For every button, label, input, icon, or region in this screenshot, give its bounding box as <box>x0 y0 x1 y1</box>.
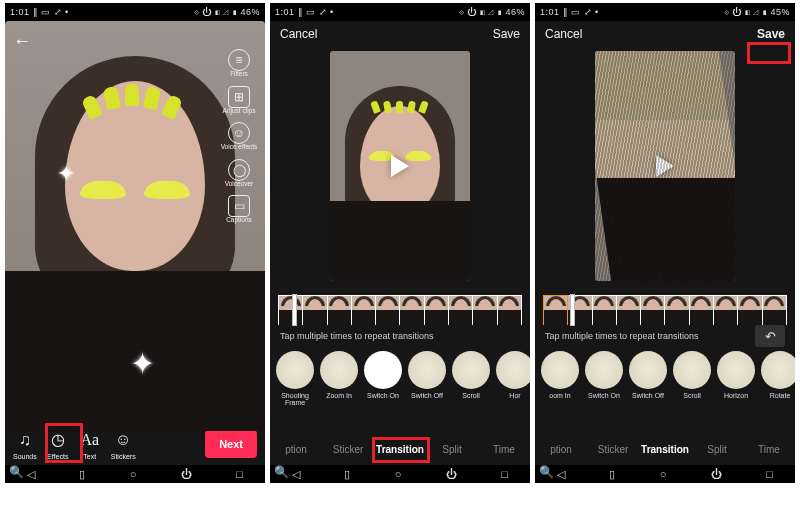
fx-switch-on[interactable]: Switch On <box>364 351 402 399</box>
fx-rotate[interactable]: Rotate <box>761 351 795 399</box>
captions-button[interactable]: ▭Captions <box>217 195 261 224</box>
next-button[interactable]: Next <box>205 430 257 458</box>
tab-sticker[interactable]: Sticker <box>322 444 374 455</box>
voiceover-button[interactable]: ◯Voiceover <box>217 159 261 188</box>
status-bar: 1:01‖ ▭ ⤢ • ⟐ ⏻ ◧ ⊿ ▮ 46% <box>270 3 530 21</box>
fx-zoom-in-partial[interactable]: oom In <box>541 351 579 399</box>
nav-power-icon[interactable]: ⏻ <box>446 468 457 480</box>
fx-scroll[interactable]: Scroll <box>452 351 490 399</box>
voice-effects-icon: ☺ <box>228 122 250 144</box>
voice-effects-button[interactable]: ☺Voice effects <box>217 122 261 151</box>
video-preview[interactable] <box>595 51 735 281</box>
nav-stack-icon[interactable]: ▯ <box>79 468 85 481</box>
timeline[interactable] <box>543 295 787 325</box>
tab-caption-partial[interactable]: ption <box>270 444 322 455</box>
nav-stack-icon[interactable]: ▯ <box>609 468 615 481</box>
nav-power-icon[interactable]: ⏻ <box>711 468 722 480</box>
tab-transition[interactable]: Transition <box>374 444 426 455</box>
tab-time[interactable]: Time <box>743 444 795 455</box>
sounds-button[interactable]: ♫Sounds <box>13 429 37 460</box>
transition-row[interactable]: Shooting Frame Zoom In Switch On Switch … <box>270 351 530 421</box>
phone-post-capture: 1:01‖ ▭ ⤢ • ⟐ ⏻ ◧ ⊿ ▮ 46% ✦✦ ← ≡Filters … <box>5 3 265 483</box>
play-icon[interactable] <box>391 155 409 177</box>
playhead[interactable] <box>293 295 296 325</box>
magnifier-icon[interactable]: 🔍 <box>539 465 554 479</box>
stickers-icon: ☺ <box>112 429 134 451</box>
phone-transition-applied: 1:01‖ ▭ ⤢ • ⟐ ⏻ ◧ ⊿ ▮ 45% Cancel Save Ta… <box>535 3 795 483</box>
stickers-button[interactable]: ☺Stickers <box>111 429 136 460</box>
fx-switch-off[interactable]: Switch Off <box>629 351 667 399</box>
save-button[interactable]: Save <box>757 27 785 41</box>
nav-recent-icon[interactable]: □ <box>236 468 243 480</box>
fx-shooting-frame[interactable]: Shooting Frame <box>276 351 314 407</box>
nav-recent-icon[interactable]: □ <box>501 468 508 480</box>
effects-button[interactable]: ◷Effects <box>47 429 69 460</box>
captions-icon: ▭ <box>228 195 250 217</box>
adjust-clips-icon: ⊞ <box>228 86 250 108</box>
cancel-button[interactable]: Cancel <box>545 27 582 41</box>
fx-horizon[interactable]: Horizon <box>717 351 755 399</box>
side-toolbar: ≡Filters ⊞Adjust clips ☺Voice effects ◯V… <box>217 49 261 224</box>
nav-home-icon[interactable]: ○ <box>130 468 137 480</box>
back-arrow-icon[interactable]: ← <box>13 31 31 52</box>
video-preview[interactable] <box>330 51 470 281</box>
tab-split[interactable]: Split <box>691 444 743 455</box>
tab-caption-partial[interactable]: ption <box>535 444 587 455</box>
tab-sticker[interactable]: Sticker <box>587 444 639 455</box>
nav-back-icon[interactable]: ◁ <box>557 468 565 481</box>
fx-switch-on[interactable]: Switch On <box>585 351 623 399</box>
hint-text: Tap multiple times to repeat transitions <box>280 331 434 341</box>
bottom-tabs: ption Sticker Transition Split Time <box>270 433 530 465</box>
fx-switch-off[interactable]: Switch Off <box>408 351 446 399</box>
playhead[interactable] <box>571 295 574 325</box>
adjust-clips-button[interactable]: ⊞Adjust clips <box>217 86 261 115</box>
tab-time[interactable]: Time <box>478 444 530 455</box>
system-nav: ◁▯○⏻□ <box>535 465 795 483</box>
fx-horizon[interactable]: Hor <box>496 351 530 399</box>
nav-stack-icon[interactable]: ▯ <box>344 468 350 481</box>
hint-text: Tap multiple times to repeat transitions <box>545 331 699 341</box>
nav-recent-icon[interactable]: □ <box>766 468 773 480</box>
filters-button[interactable]: ≡Filters <box>217 49 261 78</box>
nav-power-icon[interactable]: ⏻ <box>181 468 192 480</box>
timeline[interactable] <box>278 295 522 325</box>
filters-icon: ≡ <box>228 49 250 71</box>
text-icon: Aa <box>79 429 101 451</box>
nav-home-icon[interactable]: ○ <box>395 468 402 480</box>
magnifier-icon[interactable]: 🔍 <box>9 465 24 479</box>
nav-back-icon[interactable]: ◁ <box>27 468 35 481</box>
transition-row[interactable]: oom In Switch On Switch Off Scroll Horiz… <box>535 351 795 421</box>
cancel-button[interactable]: Cancel <box>280 27 317 41</box>
effects-icon: ◷ <box>47 429 69 451</box>
phone-transition-select: 1:01‖ ▭ ⤢ • ⟐ ⏻ ◧ ⊿ ▮ 46% Cancel Save Ta… <box>270 3 530 483</box>
nav-home-icon[interactable]: ○ <box>660 468 667 480</box>
status-bar: 1:01‖ ▭ ⤢ • ⟐ ⏻ ◧ ⊿ ▮ 46% <box>5 3 265 21</box>
system-nav: ◁ ▯ ○ ⏻ □ <box>5 465 265 483</box>
system-nav: ◁▯○⏻□ <box>270 465 530 483</box>
status-bar: 1:01‖ ▭ ⤢ • ⟐ ⏻ ◧ ⊿ ▮ 45% <box>535 3 795 21</box>
mic-icon: ◯ <box>228 159 250 181</box>
save-button[interactable]: Save <box>493 27 520 41</box>
music-icon: ♫ <box>14 429 36 451</box>
tab-split[interactable]: Split <box>426 444 478 455</box>
tab-transition[interactable]: Transition <box>639 444 691 455</box>
play-icon[interactable] <box>656 155 674 177</box>
nav-back-icon[interactable]: ◁ <box>292 468 300 481</box>
fx-scroll[interactable]: Scroll <box>673 351 711 399</box>
magnifier-icon[interactable]: 🔍 <box>274 465 289 479</box>
text-button[interactable]: AaText <box>79 429 101 460</box>
highlight-save <box>747 42 791 64</box>
bottom-tabs: ption Sticker Transition Split Time <box>535 433 795 465</box>
fx-zoom-in[interactable]: Zoom In <box>320 351 358 399</box>
undo-button[interactable]: ↶ <box>755 325 785 347</box>
